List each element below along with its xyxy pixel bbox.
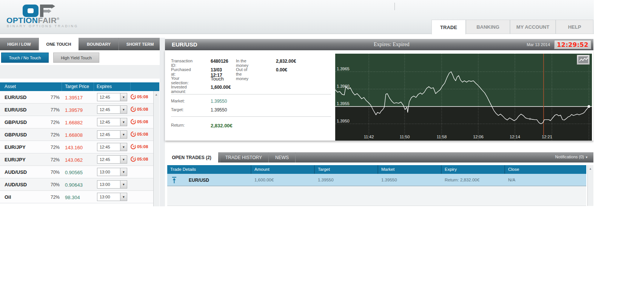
payout-percent: 77% <box>41 95 60 100</box>
asset-row[interactable]: EUR/JPY 72% 143.062 12:45 ▼ 05:08 <box>0 153 153 166</box>
nav-tab-trade[interactable]: TRADE <box>431 20 466 34</box>
expiry-value: 12:45 <box>97 156 120 163</box>
scrollbar-up-icon[interactable]: ▲ <box>589 167 592 170</box>
nav-tab-banking[interactable]: BANKING <box>466 20 510 34</box>
trade-close: N/A <box>508 178 515 182</box>
asset-row[interactable]: GBP/USD 72% 1.66882 12:45 ▼ 05:08 <box>0 116 153 128</box>
chevron-down-icon[interactable]: ▼ <box>120 106 127 113</box>
asset-name: GBP/USD <box>5 132 27 138</box>
expiry-select[interactable]: 13:00 ▼ <box>97 180 127 189</box>
chevron-down-icon[interactable]: ▼ <box>120 168 127 176</box>
chevron-down-icon[interactable]: ▼ <box>120 193 127 201</box>
countdown: 05:08 <box>131 94 148 99</box>
payout-percent: 72% <box>41 120 60 125</box>
clock-icon <box>131 107 136 112</box>
asset-name: EUR/JPY <box>5 144 26 150</box>
current-date: Mar 13 2014 <box>527 42 550 47</box>
tab-open-trades[interactable]: OPEN TRADES (2) <box>165 152 218 162</box>
asset-list-scrollbar[interactable]: ▲ <box>153 91 159 206</box>
tab-boundary[interactable]: BOUNDARY <box>79 38 119 50</box>
current-time-clock: 12:29:52 <box>554 40 591 49</box>
tab-news[interactable]: NEWS <box>269 152 295 162</box>
notifications-dropdown[interactable]: Notifications (0) ▼ <box>555 155 588 159</box>
trades-table-header: Trade Details Amount Target Market Expir… <box>167 165 586 174</box>
scrollbar-up-icon[interactable]: ▲ <box>155 93 158 96</box>
clock-icon <box>131 94 136 99</box>
target-price: 0.90643 <box>65 182 83 188</box>
expiry-select[interactable]: 13:00 ▼ <box>97 168 127 176</box>
countdown-time: 05:08 <box>137 144 148 149</box>
touch-no-touch-button[interactable]: Touch / No Touch <box>1 53 49 63</box>
logo-tagline: BINARY OPTIONS TRADING <box>7 24 78 28</box>
nav-tab-help[interactable]: HELP <box>556 20 593 34</box>
countdown: 05:08 <box>131 119 148 124</box>
col-trade-details: Trade Details <box>170 167 196 172</box>
svg-text:1.3955: 1.3955 <box>337 101 350 106</box>
chevron-down-icon[interactable]: ▼ <box>120 143 127 151</box>
expiry-value: 12:45 <box>97 106 120 113</box>
tab-high-low[interactable]: HIGH / LOW <box>0 38 39 50</box>
nav-tab-my-account[interactable]: MY ACCOUNT <box>510 20 556 34</box>
expiry-value: 12:45 <box>97 143 120 151</box>
payout-percent: 72% <box>41 132 60 138</box>
expires-status: Expires: Expired <box>374 42 409 48</box>
expiry-select[interactable]: 12:45 ▼ <box>97 130 127 139</box>
chevron-down-icon[interactable]: ▼ <box>120 156 127 163</box>
payout-percent: 77% <box>41 107 60 113</box>
countdown-time: 05:08 <box>137 107 148 111</box>
asset-row[interactable]: AUD/USD 70% 0.90643 13:00 ▼ <box>0 178 153 191</box>
chart-type-icon[interactable] <box>577 55 590 65</box>
payout-percent: 72% <box>41 145 60 150</box>
trading-platform-screen: OPTIONFAIR® BINARY OPTIONS TRADING TRADE… <box>0 0 594 206</box>
asset-row[interactable]: Oil 72% 98.304 13:00 ▼ <box>0 191 153 203</box>
asset-name: EUR/JPY <box>5 157 26 162</box>
payout-percent: 72% <box>41 157 60 162</box>
target-price: 143.160 <box>65 145 83 150</box>
expiry-select[interactable]: 13:00 ▼ <box>97 193 127 201</box>
chevron-down-icon[interactable]: ▼ <box>120 181 127 188</box>
instrument-title: EUR/USD <box>172 41 197 48</box>
clock-icon <box>131 132 136 137</box>
chevron-down-icon[interactable]: ▼ <box>120 93 127 101</box>
col-amount: Amount <box>254 167 270 172</box>
chevron-down-icon[interactable]: ▼ <box>120 118 127 126</box>
expiry-select[interactable]: 12:45 ▼ <box>97 105 127 114</box>
bottom-tabs-bar: OPEN TRADES (2) TRADE HISTORY NEWS Notif… <box>165 152 593 162</box>
chevron-down-icon[interactable]: ▼ <box>120 131 127 138</box>
expiry-select[interactable]: 12:45 ▼ <box>97 93 127 101</box>
asset-row[interactable]: AUD/USD 70% 0.90565 13:00 ▼ <box>0 166 153 178</box>
expiry-select[interactable]: 12:45 ▼ <box>97 155 127 164</box>
clock-icon <box>131 119 136 124</box>
open-trade-row[interactable]: EUR/USD 1,600.00€ 1.39550 1.39550 Return… <box>167 174 586 186</box>
tab-short-term[interactable]: SHORT TERM <box>119 38 161 50</box>
expiry-value: 12:45 <box>97 93 120 101</box>
payout-percent: 70% <box>41 182 60 187</box>
target-price: 98.304 <box>65 195 80 200</box>
asset-row[interactable]: EUR/USD 77% 1.39517 12:45 ▼ 05:08 <box>0 91 153 104</box>
asset-name: GBP/USD <box>5 119 27 125</box>
clock-icon <box>131 144 136 149</box>
asset-row[interactable]: GBP/USD 72% 1.66808 12:45 ▼ 05:08 <box>0 128 153 141</box>
expiry-select[interactable]: 12:45 ▼ <box>97 143 127 151</box>
top-header: OPTIONFAIR® BINARY OPTIONS TRADING TRADE… <box>0 0 594 34</box>
expiry-select[interactable]: 12:45 ▼ <box>97 118 127 126</box>
countdown-time: 05:08 <box>137 94 148 99</box>
price-chart: 11:4211:5011:5812:0612:1412:211.39651.39… <box>335 54 592 141</box>
col-market: Market <box>381 167 394 172</box>
trades-scrollbar[interactable]: ▲ <box>587 165 593 206</box>
target-price: 0.90565 <box>65 170 83 175</box>
tab-trade-history[interactable]: TRADE HISTORY <box>220 152 267 162</box>
asset-row[interactable]: EUR/JPY 72% 143.160 12:45 ▼ 05:08 <box>0 141 153 153</box>
trade-target: 1.39550 <box>318 178 334 182</box>
col-asset: Asset <box>5 84 16 89</box>
countdown: 05:08 <box>131 107 148 112</box>
target-price: 1.66808 <box>65 132 83 138</box>
option-type-tabs: HIGH / LOW ONE TOUCH BOUNDARY SHORT TERM <box>0 38 161 50</box>
payout-percent: 70% <box>41 170 60 175</box>
asset-name: EUR/USD <box>5 94 27 100</box>
tab-one-touch[interactable]: ONE TOUCH <box>39 38 79 50</box>
svg-text:11:58: 11:58 <box>437 135 447 139</box>
high-yield-touch-button[interactable]: High Yield Touch <box>53 53 99 63</box>
asset-name: AUD/USD <box>5 182 27 187</box>
asset-row[interactable]: EUR/USD 77% 1.39579 12:45 ▼ 05:08 <box>0 104 153 116</box>
